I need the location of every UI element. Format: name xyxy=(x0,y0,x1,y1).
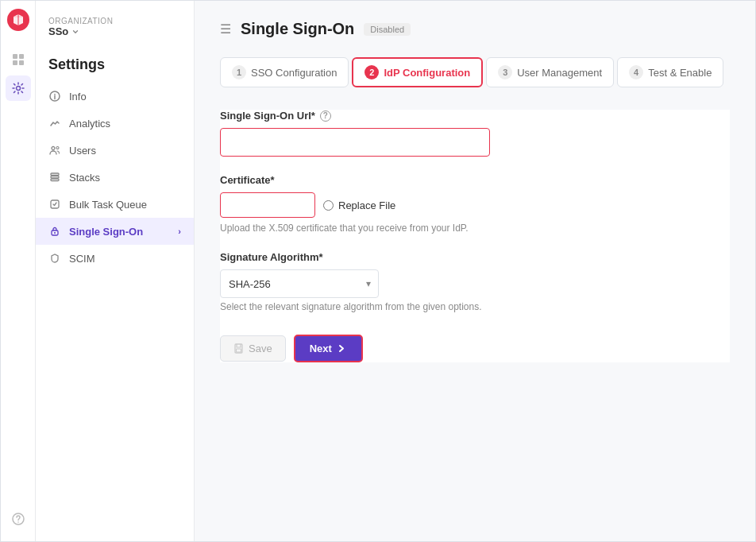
svg-rect-2 xyxy=(19,54,24,59)
shield-icon xyxy=(48,252,61,265)
certificate-label: Certificate* xyxy=(220,174,730,186)
tab-test-enable-label: Test & Enable xyxy=(648,67,712,79)
analytics-icon xyxy=(48,117,61,130)
svg-rect-13 xyxy=(51,173,59,176)
stacks-icon xyxy=(48,171,61,184)
next-button[interactable]: Next xyxy=(294,335,363,362)
svg-rect-11 xyxy=(51,179,59,181)
svg-point-5 xyxy=(16,87,20,91)
sidebar-item-analytics[interactable]: Analytics xyxy=(36,110,194,137)
replace-file-label: Replace File xyxy=(338,199,395,211)
signature-select-wrap: SHA-256 SHA-1 SHA-512 ▾ xyxy=(220,269,379,298)
svg-point-10 xyxy=(56,147,59,149)
tab-num-4: 4 xyxy=(629,65,643,79)
tab-num-2: 2 xyxy=(364,65,379,79)
svg-rect-12 xyxy=(51,176,59,179)
icon-rail xyxy=(1,1,36,541)
sidebar-item-bulk-task-queue[interactable]: Bulk Task Queue xyxy=(36,191,194,218)
replace-file-radio-input[interactable] xyxy=(323,200,334,211)
certificate-row: Replace File xyxy=(220,192,730,218)
tab-user-management[interactable]: 3 User Management xyxy=(486,57,614,87)
sidebar-item-users[interactable]: Users xyxy=(36,137,194,164)
tab-idp-configuration-label: IdP Configuration xyxy=(384,67,470,79)
sso-url-input[interactable] xyxy=(220,128,490,157)
signature-select[interactable]: SHA-256 SHA-1 SHA-512 xyxy=(220,269,379,298)
sso-url-group: Single Sign-On Url* ? xyxy=(220,110,730,157)
sso-chevron-icon: › xyxy=(178,226,181,236)
certificate-hint: Upload the X.509 certificate that you re… xyxy=(220,223,730,234)
sidebar-item-users-label: Users xyxy=(69,145,96,157)
sidebar-item-analytics-label: Analytics xyxy=(69,118,110,130)
sidebar-item-info-label: Info xyxy=(69,91,87,103)
certificate-group: Certificate* Replace File Upload the X.5… xyxy=(220,174,730,234)
sidebar-item-single-sign-on[interactable]: Single Sign-On › xyxy=(36,218,194,245)
org-name: SSo xyxy=(48,25,181,37)
page-header: ☰ Single Sign-On Disabled xyxy=(220,20,730,38)
rail-settings-icon[interactable] xyxy=(6,75,31,101)
svg-rect-1 xyxy=(13,54,17,59)
svg-point-7 xyxy=(17,521,19,523)
sidebar-item-info[interactable]: Info xyxy=(36,83,194,110)
sidebar-item-stacks-label: Stacks xyxy=(69,172,100,184)
svg-rect-3 xyxy=(13,60,17,65)
tab-test-enable[interactable]: 4 Test & Enable xyxy=(617,57,723,87)
sidebar-title: Settings xyxy=(36,50,194,83)
org-info: Organization SSo xyxy=(36,14,194,50)
save-icon xyxy=(233,343,244,354)
certificate-input[interactable] xyxy=(220,192,315,218)
tabs-container: 1 SSO Configuration 2 IdP Configuration … xyxy=(220,57,730,87)
button-row: Save Next xyxy=(220,335,730,362)
save-button[interactable]: Save xyxy=(220,335,286,362)
next-arrow-icon xyxy=(337,343,347,354)
sidebar: Organization SSo Settings Info Analytics… xyxy=(36,1,195,541)
tab-idp-configuration[interactable]: 2 IdP Configuration xyxy=(352,57,483,87)
sidebar-item-bulk-task-queue-label: Bulk Task Queue xyxy=(69,199,147,211)
sidebar-item-scim[interactable]: SCIM xyxy=(36,245,194,272)
page-title: Single Sign-On xyxy=(241,20,354,38)
org-label: Organization xyxy=(48,17,181,25)
sidebar-item-stacks[interactable]: Stacks xyxy=(36,164,194,191)
sidebar-item-sso-label: Single Sign-On xyxy=(69,226,143,238)
info-icon xyxy=(48,90,61,103)
svg-point-9 xyxy=(52,147,55,150)
replace-file-radio[interactable]: Replace File xyxy=(323,199,395,211)
tasks-icon xyxy=(48,198,61,211)
app-logo[interactable] xyxy=(7,9,29,31)
form-section: Single Sign-On Url* ? Certificate* Repla… xyxy=(220,110,730,362)
main-content: ☰ Single Sign-On Disabled 1 SSO Configur… xyxy=(195,1,755,541)
tab-num-3: 3 xyxy=(498,65,512,79)
tab-user-management-label: User Management xyxy=(517,67,602,79)
signature-label: Signature Algorithm* xyxy=(220,251,730,263)
next-button-label: Next xyxy=(310,343,332,354)
signature-group: Signature Algorithm* SHA-256 SHA-1 SHA-5… xyxy=(220,251,730,312)
rail-dashboard-icon[interactable] xyxy=(6,47,31,72)
svg-rect-18 xyxy=(237,349,241,352)
tab-sso-configuration-label: SSO Configuration xyxy=(251,67,337,79)
sso-url-label: Single Sign-On Url* ? xyxy=(220,110,730,122)
lock-icon xyxy=(48,225,61,238)
tab-num-1: 1 xyxy=(232,65,246,79)
signature-hint: Select the relevant signature algorithm … xyxy=(220,301,730,312)
sidebar-item-scim-label: SCIM xyxy=(69,253,95,265)
status-badge: Disabled xyxy=(364,23,411,36)
sso-url-help-icon[interactable]: ? xyxy=(320,110,331,122)
tab-sso-configuration[interactable]: 1 SSO Configuration xyxy=(220,57,349,87)
save-button-label: Save xyxy=(249,343,272,354)
rail-help-icon[interactable] xyxy=(6,506,31,532)
users-icon xyxy=(48,144,61,157)
svg-rect-4 xyxy=(19,60,24,65)
page-header-menu-icon: ☰ xyxy=(220,21,231,37)
svg-point-16 xyxy=(54,232,56,234)
